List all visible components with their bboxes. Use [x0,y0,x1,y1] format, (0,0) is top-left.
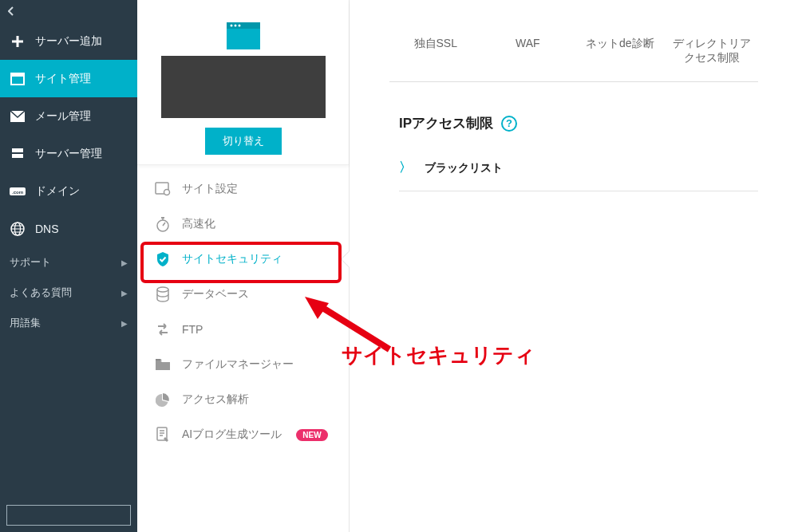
support-label: 用語集 [10,316,41,330]
submenu-database[interactable]: データベース [137,277,349,312]
svg-rect-1 [11,73,24,77]
settings-window-icon [155,181,171,197]
site-submenu: サイト設定 高速化 サイトセキュリティ データベース [137,165,349,452]
support-label: サポート [10,255,51,270]
chevron-right-icon: ▶ [121,289,128,298]
support-label: よくある質問 [10,286,72,300]
submenu-label: データベース [182,287,249,301]
primary-sidebar: サーバー追加 サイト管理 メール管理 サーバー管理 .com ドメイン [0,0,137,532]
stopwatch-icon [155,216,171,232]
sidebar-support-link[interactable]: サポート ▶ [0,247,137,278]
sidebar-label: DNS [35,223,59,235]
sidebar-item-server-manage[interactable]: サーバー管理 [0,135,137,172]
secondary-sidebar: 切り替え サイト設定 高速化 サイトセキュリティ [137,0,350,532]
submenu-label: ファイルマネージャー [182,357,294,372]
sidebar-label: メール管理 [35,109,91,124]
submenu-label: サイトセキュリティ [182,252,282,266]
svg-rect-4 [12,154,23,158]
database-icon [155,286,171,302]
transfer-icon [155,321,171,337]
submenu-speedup[interactable]: 高速化 [137,207,349,242]
svg-point-13 [238,25,240,27]
submenu-label: アクセス解析 [182,392,249,407]
domain-icon: .com [10,183,26,199]
site-selector-panel: 切り替え [137,0,349,165]
chevron-right-icon: ▶ [121,319,128,328]
mail-icon [10,108,26,124]
new-badge: NEW [296,429,327,441]
submenu-label: AIブログ生成ツール [182,428,282,442]
security-tabs: 独自SSL WAF ネットde診断 ディレクトリアクセス制限 [389,24,758,82]
sidebar-glossary-link[interactable]: 用語集 ▶ [0,308,137,338]
submenu-label: サイト設定 [182,182,238,196]
switch-site-button[interactable]: 切り替え [205,128,282,155]
document-edit-icon [155,427,171,443]
section-heading-row: IPアクセス制限 ? [399,114,798,132]
sidebar-item-mail-manage[interactable]: メール管理 [0,97,137,135]
svg-point-18 [157,287,168,292]
chevron-right-icon: 〉 [399,160,412,176]
submenu-ftp[interactable]: FTP [137,312,349,347]
svg-rect-3 [12,148,23,152]
tab-waf[interactable]: WAF [482,24,575,81]
svg-point-15 [164,190,170,195]
sidebar-collapse-button[interactable] [0,0,137,22]
tab-netdiag[interactable]: ネットde診断 [574,24,666,81]
sidebar-faq-link[interactable]: よくある質問 ▶ [0,278,137,308]
svg-text:.com: .com [12,190,23,195]
submenu-analytics[interactable]: アクセス解析 [137,382,349,417]
site-preview-block [161,56,326,118]
tab-ssl[interactable]: 独自SSL [389,24,482,81]
sidebar-item-site-manage[interactable]: サイト管理 [0,60,137,97]
folder-icon [155,357,171,372]
sidebar-label: サイト管理 [35,72,91,86]
annotation-label: サイトセキュリティ [342,341,535,369]
svg-point-11 [230,25,232,27]
svg-rect-17 [161,217,164,219]
section-title: IPアクセス制限 [399,114,493,132]
submenu-label: 高速化 [182,217,215,231]
chevron-right-icon: ▶ [121,258,128,267]
sidebar-item-domain[interactable]: .com ドメイン [0,172,137,210]
help-icon[interactable]: ? [501,116,517,132]
piechart-icon [155,392,171,408]
submenu-label: FTP [182,323,203,336]
sidebar-item-add-server[interactable]: サーバー追加 [0,22,137,60]
tab-diraccess[interactable]: ディレクトリアクセス制限 [666,24,759,81]
main-content: 独自SSL WAF ネットde診断 ディレクトリアクセス制限 IPアクセス制限 … [350,0,798,532]
submenu-ai-blog[interactable]: AIブログ生成ツール NEW [137,417,349,452]
shield-check-icon [155,251,171,267]
sidebar-bottom-button[interactable] [6,505,131,526]
submenu-filemanager[interactable]: ファイルマネージャー [137,347,349,382]
blacklist-row[interactable]: 〉 ブラックリスト [399,160,758,191]
submenu-site-security[interactable]: サイトセキュリティ [137,242,349,277]
globe-icon [10,221,26,237]
svg-point-12 [234,25,236,27]
site-window-icon [225,19,262,51]
sidebar-label: サーバー追加 [35,34,102,49]
server-icon [10,146,26,162]
blacklist-label: ブラックリスト [425,161,503,175]
sidebar-label: サーバー管理 [35,147,102,161]
window-icon [10,71,26,87]
sidebar-label: ドメイン [35,184,80,199]
plus-icon [10,33,26,49]
sidebar-item-dns[interactable]: DNS [0,210,137,247]
submenu-site-settings[interactable]: サイト設定 [137,171,349,207]
